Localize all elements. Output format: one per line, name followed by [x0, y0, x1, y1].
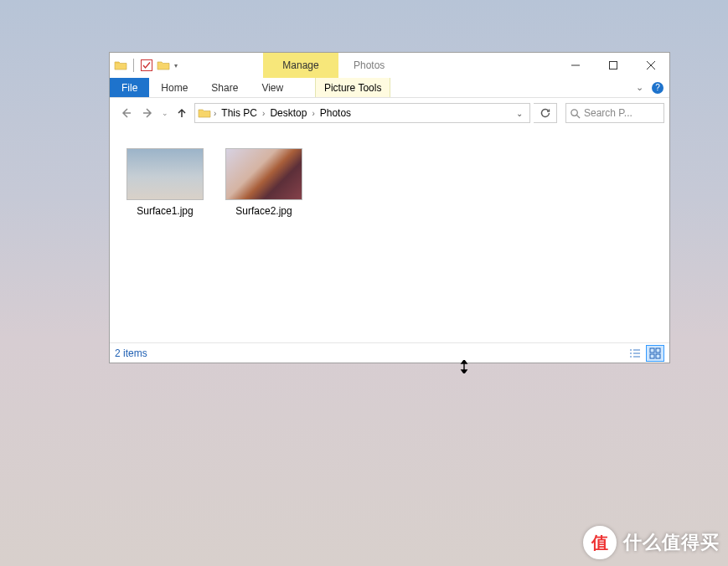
file-tab[interactable]: File — [110, 78, 149, 97]
folder-icon — [113, 56, 128, 75]
svg-line-6 — [576, 115, 580, 118]
ribbon-tabs: File Home Share View Picture Tools ⌄ ? — [110, 78, 669, 98]
content-area[interactable]: Surface1.jpg Surface2.jpg — [110, 128, 669, 342]
details-view-button[interactable] — [626, 345, 644, 362]
properties-icon[interactable] — [139, 56, 154, 75]
refresh-button[interactable] — [534, 103, 557, 123]
tab-home[interactable]: Home — [149, 78, 199, 97]
close-button[interactable] — [632, 53, 669, 78]
svg-point-5 — [571, 109, 577, 115]
collapse-ribbon-icon[interactable]: ⌄ — [631, 78, 648, 97]
svg-marker-19 — [462, 370, 467, 373]
file-name: Surface1.jpg — [123, 205, 207, 217]
chevron-right-icon[interactable]: › — [214, 109, 216, 118]
file-item[interactable]: Surface2.jpg — [222, 148, 306, 217]
tab-view[interactable]: View — [250, 78, 295, 97]
svg-rect-13 — [650, 348, 654, 352]
chevron-right-icon[interactable]: › — [312, 109, 314, 118]
history-dropdown-icon[interactable]: ⌄ — [162, 109, 168, 117]
svg-rect-14 — [656, 348, 660, 352]
navigation-bar: ⌄ › This PC › Desktop › Photos ⌄ — [110, 98, 669, 128]
folder-icon — [197, 105, 212, 121]
svg-rect-2 — [609, 62, 617, 69]
watermark-text: 什么值得买 — [623, 530, 720, 555]
chevron-right-icon[interactable]: › — [262, 109, 265, 118]
breadcrumb-photos[interactable]: Photos — [320, 107, 351, 119]
window-title: Photos — [338, 53, 400, 78]
back-button[interactable] — [116, 104, 135, 122]
help-button[interactable]: ? — [649, 78, 666, 97]
quick-access-toolbar: ▾ — [110, 53, 179, 78]
maximize-button[interactable] — [594, 53, 632, 78]
forward-button[interactable] — [139, 104, 157, 122]
status-item-count: 2 items — [115, 347, 147, 359]
tab-share[interactable]: Share — [199, 78, 250, 97]
address-dropdown-icon[interactable]: ⌄ — [513, 109, 526, 118]
help-icon: ? — [652, 82, 663, 94]
file-list[interactable]: Surface1.jpg Surface2.jpg — [110, 128, 669, 342]
watermark-badge: 值 — [583, 526, 617, 559]
search-box[interactable]: Search P... — [565, 103, 664, 123]
contextual-tab-label: Manage — [282, 59, 318, 71]
file-name: Surface2.jpg — [222, 205, 306, 217]
file-explorer-window: ▾ Manage Photos File Home Share View Pic… — [109, 52, 670, 363]
breadcrumb-desktop[interactable]: Desktop — [270, 107, 307, 119]
svg-rect-0 — [142, 60, 152, 71]
up-button[interactable] — [173, 104, 191, 122]
desktop-background[interactable]: ▾ Manage Photos File Home Share View Pic… — [0, 0, 728, 566]
status-bar: 2 items — [110, 342, 669, 363]
separator — [133, 59, 134, 72]
svg-rect-15 — [650, 354, 654, 358]
svg-rect-16 — [656, 354, 660, 358]
address-bar[interactable]: › This PC › Desktop › Photos ⌄ — [194, 103, 530, 123]
image-thumbnail — [126, 148, 204, 200]
new-folder-icon[interactable] — [156, 56, 171, 75]
thumbnail-view-button[interactable] — [646, 345, 664, 362]
image-thumbnail — [225, 148, 302, 200]
svg-marker-18 — [462, 360, 467, 363]
search-icon — [570, 108, 581, 119]
watermark: 值 什么值得买 — [583, 526, 720, 559]
resize-cursor-icon — [457, 360, 471, 373]
file-item[interactable]: Surface1.jpg — [123, 148, 207, 217]
title-bar[interactable]: ▾ Manage Photos — [110, 53, 669, 78]
search-placeholder: Search P... — [584, 107, 632, 119]
minimize-button[interactable] — [556, 53, 594, 78]
contextual-tab-manage[interactable]: Manage — [263, 53, 338, 78]
breadcrumb-this-pc[interactable]: This PC — [221, 107, 257, 119]
tab-picture-tools[interactable]: Picture Tools — [315, 78, 390, 97]
qat-dropdown-icon[interactable]: ▾ — [173, 62, 179, 69]
